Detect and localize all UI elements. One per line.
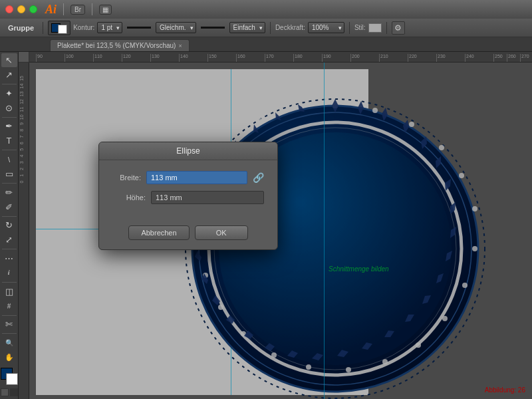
tool-separator	[2, 216, 17, 217]
tool-separator	[2, 117, 17, 118]
tool-magic-wand[interactable]: ✦	[1, 86, 17, 100]
tool-pen[interactable]: ✒	[1, 119, 17, 133]
tool-blend[interactable]: ⋯	[1, 251, 17, 265]
color-section	[0, 365, 19, 399]
breite-input[interactable]	[146, 171, 247, 184]
hoehe-row: Höhe:	[112, 191, 264, 204]
kontur-label: Kontur:	[73, 24, 94, 31]
deckkraft-dropdown[interactable]: 100%	[308, 22, 344, 33]
fill-stroke-control[interactable]	[48, 21, 70, 35]
color-swatches[interactable]	[1, 368, 18, 385]
hoehe-label: Höhe:	[112, 194, 146, 201]
stroke-style1-dropdown[interactable]: Gleichm.	[156, 22, 196, 33]
hoehe-input[interactable]	[151, 191, 264, 204]
lock-icon[interactable]: 🔗	[253, 172, 264, 183]
toolbar-divider	[349, 22, 350, 34]
doc-tab-close[interactable]: ×	[178, 43, 182, 49]
screen-mode-btn[interactable]	[10, 388, 18, 396]
stroke-style2-dropdown[interactable]: Einfach	[229, 22, 265, 33]
tool-lasso[interactable]: ⊙	[1, 101, 17, 115]
settings-button[interactable]: ⚙	[392, 21, 405, 35]
tool-separator	[2, 150, 17, 150]
toolbar-divider	[43, 22, 43, 34]
tool-scale[interactable]: ⤢	[1, 233, 17, 247]
gruppe-label: Gruppe	[4, 24, 38, 32]
maximize-button[interactable]	[29, 5, 37, 13]
tool-separator	[2, 84, 17, 84]
tool-scissors[interactable]: ✄	[1, 318, 17, 332]
document-tab[interactable]: Plakette* bei 123,5 % (CMYK/Vorschau) ×	[50, 39, 190, 51]
background-color[interactable]	[6, 373, 18, 385]
stil-label: Stil:	[354, 24, 366, 31]
dialog-buttons: Abbrechen OK	[99, 221, 277, 249]
layout-button[interactable]: ▦	[99, 5, 112, 15]
tool-selection[interactable]: ↖	[1, 53, 17, 67]
tool-rotate[interactable]: ↻	[1, 218, 17, 232]
stroke-preview	[127, 27, 151, 29]
tool-line[interactable]: \	[1, 152, 17, 166]
close-button[interactable]	[5, 5, 13, 13]
toolbar-divider	[386, 22, 387, 34]
stroke-preview2	[201, 27, 225, 29]
tools-panel: ↖ ↗ ✦ ⊙ ✒ T \ ▭ ✏ ✐ ↻ ⤢ ⋯ 𝒊 ◫ # ✄ 🔍 ✋	[0, 52, 19, 399]
tool-rect[interactable]: ▭	[1, 167, 17, 181]
tool-brush[interactable]: ✏	[1, 186, 17, 200]
tool-text[interactable]: T	[1, 134, 17, 148]
tool-separator	[2, 282, 17, 283]
ok-button[interactable]: OK	[195, 225, 248, 240]
canvas-area[interactable]: 90 100 110 120 130 140 150 160 170 180 1…	[19, 52, 532, 399]
tool-pencil[interactable]: ✐	[1, 200, 17, 214]
tool-mesh[interactable]: #	[1, 299, 17, 313]
minimize-button[interactable]	[17, 5, 25, 13]
tool-separator	[2, 315, 17, 316]
deckkraft-label: Deckkraft:	[275, 24, 305, 31]
bridge-button[interactable]: Br	[70, 5, 85, 15]
normal-mode-btn[interactable]	[1, 388, 9, 396]
tool-separator	[2, 183, 17, 184]
app-logo: Ai	[45, 3, 57, 17]
tool-zoom[interactable]: 🔍	[1, 336, 17, 350]
tool-separator	[2, 249, 17, 249]
dialog-overlay: Ellipse Breite: 🔗 Höhe: Abbrechen OK	[19, 52, 532, 399]
toolbar-divider	[270, 22, 271, 34]
tool-gradient[interactable]: ◫	[1, 285, 17, 299]
view-mode-buttons	[1, 388, 18, 396]
separator	[92, 3, 92, 15]
document-tab-bar: Plakette* bei 123,5 % (CMYK/Vorschau) ×	[0, 37, 532, 52]
stroke-swatch[interactable]	[58, 25, 67, 34]
tool-eyedropper[interactable]: 𝒊	[1, 266, 17, 280]
tool-hand[interactable]: ✋	[1, 350, 17, 364]
ruler-corner	[19, 52, 29, 63]
dialog-title: Ellipse	[99, 142, 277, 160]
cancel-button[interactable]: Abbrechen	[128, 225, 189, 240]
separator	[63, 3, 64, 15]
title-bar: Ai Br ▦	[0, 0, 532, 19]
main-toolbar: Gruppe Kontur: 1 pt Gleichm. Einfach Dec…	[0, 19, 532, 37]
breite-label: Breite:	[112, 174, 141, 182]
tool-separator	[2, 333, 17, 334]
ellipse-dialog: Ellipse Breite: 🔗 Höhe: Abbrechen OK	[98, 142, 278, 250]
doc-tab-title: Plakette* bei 123,5 % (CMYK/Vorschau)	[57, 42, 176, 49]
dialog-body: Breite: 🔗 Höhe:	[99, 160, 277, 221]
tool-direct-selection[interactable]: ↗	[1, 68, 17, 82]
main-area: ↖ ↗ ✦ ⊙ ✒ T \ ▭ ✏ ✐ ↻ ⤢ ⋯ 𝒊 ◫ # ✄ 🔍 ✋	[0, 52, 532, 399]
stroke-width-dropdown[interactable]: 1 pt	[97, 22, 122, 33]
breite-row: Breite: 🔗	[112, 171, 264, 184]
style-preview[interactable]	[368, 23, 382, 33]
